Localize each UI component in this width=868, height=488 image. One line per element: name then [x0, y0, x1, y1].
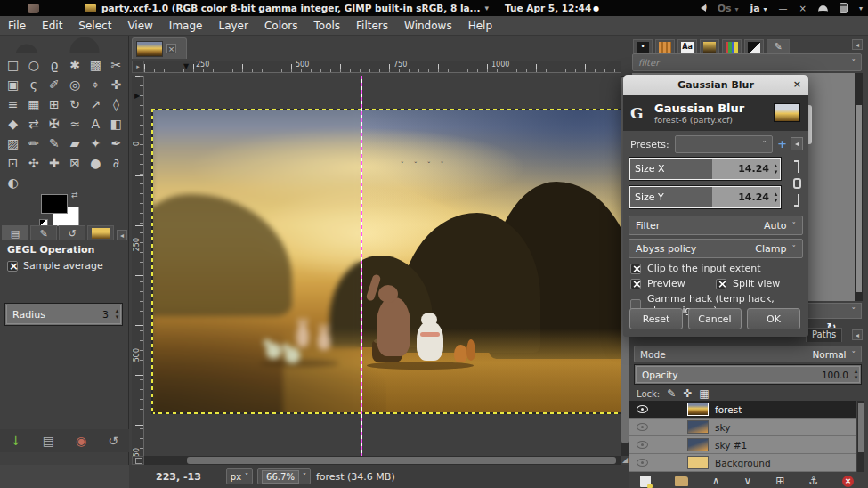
tool-smudge[interactable]: ∂	[106, 153, 126, 173]
tool-shear[interactable]: ↗	[85, 94, 106, 114]
tab-images[interactable]	[87, 225, 114, 240]
dock-menu-icon[interactable]: ◂	[117, 230, 127, 240]
size-y-spinner[interactable]: ▴▾	[771, 186, 781, 208]
vertical-ruler[interactable]: 0 250 500 750 ▶	[132, 76, 144, 456]
tab-gradients[interactable]	[700, 39, 719, 53]
tool-warp-transform[interactable]: ≈	[64, 114, 85, 134]
menu-file[interactable]: File	[0, 17, 34, 35]
tab-tool-options[interactable]: ▤	[2, 225, 28, 240]
layer-list-scrollbar[interactable]	[857, 401, 864, 472]
preview-checkbox[interactable]	[630, 279, 641, 289]
os-indicator[interactable]: Os ▾	[718, 3, 739, 14]
tool-clone[interactable]: ⊡	[3, 153, 23, 173]
unit-select[interactable]: px˅	[226, 468, 253, 484]
split-view-checkbox[interactable]	[716, 279, 726, 289]
tool-text[interactable]: A	[85, 114, 106, 134]
undo-history-icon[interactable]: ↺	[108, 434, 118, 448]
size-y-slider[interactable]: Size Y 14.24 ▴▾	[629, 185, 782, 209]
raise-layer-button[interactable]: ∧	[712, 475, 720, 487]
sample-average-checkbox[interactable]	[7, 261, 18, 272]
layer-row-sky[interactable]: sky	[629, 419, 856, 436]
layer-row-background[interactable]: Background	[629, 454, 856, 472]
tab-fonts[interactable]: Aa	[677, 39, 697, 53]
tool-scissors-select[interactable]: ✂	[106, 55, 126, 75]
tool-fuzzy-select[interactable]: ✱	[64, 55, 85, 75]
volume-icon[interactable]	[697, 4, 706, 12]
menu-windows[interactable]: Windows	[396, 17, 460, 35]
layer-name[interactable]: forest	[715, 404, 742, 415]
tool-paths[interactable]: ς	[23, 75, 44, 94]
image-tab[interactable]: ×	[132, 37, 187, 59]
tab-palettes[interactable]	[722, 39, 742, 53]
menu-image[interactable]: Image	[161, 17, 211, 35]
menu-tools[interactable]: Tools	[306, 17, 349, 35]
tool-unified-transform[interactable]: ⊞	[44, 94, 64, 114]
export-image-icon[interactable]: ▤	[43, 434, 54, 448]
tab-document-history[interactable]	[744, 39, 764, 53]
menu-view[interactable]: View	[119, 17, 160, 35]
tool-dodge-burn[interactable]: ◐	[3, 173, 23, 192]
activities-icon[interactable]	[28, 4, 39, 13]
duplicate-layer-button[interactable]: ⊞	[775, 475, 784, 487]
clock[interactable]: Tue Apr 5, 12:44	[505, 3, 591, 13]
tool-foreground-select[interactable]: ▣	[3, 75, 23, 94]
new-layer-button[interactable]	[640, 476, 651, 487]
tool-3d-transform[interactable]: ◆	[3, 114, 23, 134]
visibility-eye-icon[interactable]	[637, 459, 648, 467]
tool-airbrush[interactable]: ✦	[85, 134, 106, 153]
font-filter-input[interactable]: filter ˅	[632, 53, 862, 71]
tool-free-select[interactable]: ϱ	[44, 55, 64, 75]
size-x-spinner[interactable]: ▴▾	[771, 158, 781, 180]
presets-select[interactable]: ˅	[675, 135, 773, 153]
tab-brushes[interactable]: •	[633, 39, 653, 53]
reset-button[interactable]: Reset	[629, 308, 683, 329]
tool-handle-transform[interactable]: ✠	[44, 114, 64, 134]
tray-chevron-icon[interactable]: ▾	[859, 4, 863, 12]
navigation-icon[interactable]: ◢	[621, 456, 629, 465]
font-list-scrollbar-thumb[interactable]	[856, 105, 862, 292]
visibility-eye-icon[interactable]	[637, 405, 648, 413]
ok-button[interactable]: OK	[747, 308, 800, 329]
chain-link-icon[interactable]	[787, 160, 801, 207]
tool-flip[interactable]: ⇄	[23, 114, 44, 134]
lock-alpha-icon[interactable]: ▦	[699, 387, 709, 400]
menu-filters[interactable]: Filters	[348, 17, 396, 35]
lower-layer-button[interactable]: ∨	[744, 475, 752, 487]
tool-heal[interactable]: ✚	[44, 153, 64, 173]
menu-colors[interactable]: Colors	[256, 17, 306, 35]
clip-checkbox[interactable]	[630, 264, 641, 274]
layer-row-sky1[interactable]: sky #1	[629, 436, 856, 454]
horizontal-scrollbar-thumb[interactable]	[187, 457, 616, 464]
tool-bucket-fill[interactable]: ◧	[106, 114, 126, 134]
wifi-icon[interactable]	[818, 5, 828, 12]
layer-name[interactable]: Background	[715, 458, 771, 468]
tool-zoom[interactable]: ◎	[64, 75, 85, 94]
delete-layer-button[interactable]: ×	[842, 476, 854, 487]
layer-mode-select[interactable]: Mode Normal ˅	[634, 346, 862, 362]
tab-undo-history[interactable]: ↺	[59, 225, 85, 240]
tool-blur-sharpen[interactable]: ●	[85, 153, 106, 173]
tool-rotate[interactable]: ↻	[64, 94, 85, 114]
layer-row-forest[interactable]: forest	[629, 401, 856, 419]
tool-paintbrush[interactable]: ✎	[44, 134, 64, 153]
tool-align[interactable]: ≡	[3, 94, 23, 114]
tool-mypaint-brush[interactable]: ✣	[23, 153, 44, 173]
tool-perspective-clone[interactable]: ⊠	[64, 153, 85, 173]
tool-ellipse-select[interactable]: ○	[23, 55, 44, 75]
horizontal-ruler[interactable]: 250 500 750 1000 ▼	[144, 61, 621, 73]
save-image-icon[interactable]: ↓	[11, 434, 21, 448]
close-icon[interactable]: ×	[799, 4, 807, 13]
menu-edit[interactable]: Edit	[34, 17, 70, 35]
image-tab-close-icon[interactable]: ×	[166, 44, 176, 53]
presets-menu-icon[interactable]: ◂	[791, 137, 803, 150]
tool-pencil[interactable]: ✏	[23, 134, 44, 153]
visibility-eye-icon[interactable]	[637, 441, 648, 449]
opacity-spinner[interactable]: ▴▾	[851, 365, 861, 384]
tool-eraser[interactable]: ▰	[64, 134, 85, 153]
tab-patterns[interactable]	[655, 39, 675, 53]
tool-crop[interactable]: ▦	[23, 94, 44, 114]
zoom-select[interactable]: 66.7%˅	[257, 468, 311, 484]
lock-position-icon[interactable]: ✜	[683, 387, 692, 400]
radius-slider[interactable]: Radius 3 ▴▾	[4, 303, 123, 326]
radius-spinner[interactable]: ▴▾	[112, 304, 122, 325]
